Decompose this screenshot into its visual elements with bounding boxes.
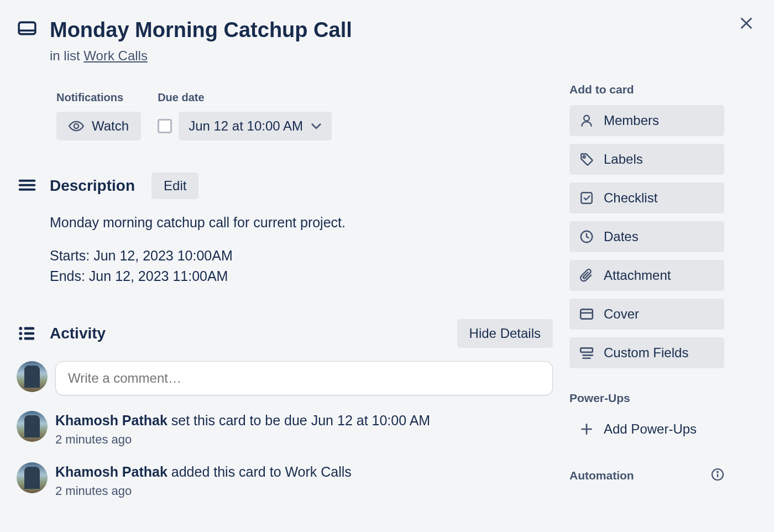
card-list-location: in list Work Calls [50, 48, 553, 64]
edit-description-button[interactable]: Edit [151, 173, 198, 199]
activity-item: Khamosh Pathak set this card to be due J… [55, 411, 553, 430]
svg-rect-8 [24, 327, 34, 330]
description-body[interactable]: Monday morning catchup call for current … [50, 212, 553, 287]
svg-point-9 [19, 332, 22, 335]
svg-point-26 [717, 472, 718, 473]
due-date-label: Due date [158, 91, 332, 104]
cover-icon [579, 307, 594, 321]
description-icon [17, 179, 38, 192]
notifications-label: Notifications [56, 91, 141, 104]
checklist-icon [579, 191, 594, 205]
hide-details-button[interactable]: Hide Details [457, 319, 553, 348]
due-date-button[interactable]: Jun 12 at 10:00 AM [179, 112, 332, 140]
automation-heading: Automation [569, 469, 634, 482]
svg-point-14 [583, 156, 585, 158]
chevron-down-icon [311, 123, 322, 129]
due-date-checkbox[interactable] [158, 119, 172, 133]
automation-info-button[interactable] [711, 468, 724, 483]
activity-item: Khamosh Pathak added this card to Work C… [55, 462, 553, 482]
activity-timestamp[interactable]: 2 minutes ago [55, 432, 553, 447]
labels-button[interactable]: Labels [569, 144, 724, 175]
add-to-card-heading: Add to card [569, 83, 724, 96]
power-ups-heading: Power-Ups [569, 392, 724, 405]
list-link[interactable]: Work Calls [83, 48, 148, 63]
members-button[interactable]: Members [569, 105, 724, 136]
svg-point-11 [19, 337, 22, 340]
card-title[interactable]: Monday Morning Catchup Call [50, 17, 352, 44]
attachment-icon [579, 268, 594, 283]
description-title: Description [50, 177, 135, 195]
svg-rect-10 [24, 332, 34, 335]
person-icon [579, 113, 594, 128]
svg-rect-15 [581, 192, 592, 204]
custom-fields-icon [579, 346, 594, 360]
svg-point-7 [19, 327, 22, 330]
activity-title: Activity [50, 325, 106, 342]
user-avatar[interactable] [17, 411, 48, 442]
close-icon [739, 15, 754, 31]
clock-icon [579, 230, 594, 244]
activity-timestamp[interactable]: 2 minutes ago [55, 484, 553, 498]
plus-icon [579, 422, 594, 436]
user-avatar[interactable] [17, 462, 48, 493]
svg-point-13 [584, 116, 589, 121]
info-icon [711, 468, 724, 481]
checklist-button[interactable]: Checklist [569, 182, 724, 213]
activity-icon [17, 326, 38, 341]
cover-button[interactable]: Cover [569, 299, 724, 330]
svg-rect-12 [24, 337, 34, 340]
tag-icon [579, 152, 594, 166]
svg-rect-19 [580, 348, 593, 352]
svg-point-2 [74, 124, 79, 128]
watch-button[interactable]: Watch [56, 112, 141, 140]
svg-rect-17 [580, 309, 593, 319]
current-user-avatar[interactable] [17, 361, 48, 392]
eye-icon [69, 121, 84, 132]
dates-button[interactable]: Dates [569, 221, 724, 252]
custom-fields-button[interactable]: Custom Fields [569, 337, 724, 368]
card-icon [17, 21, 38, 35]
svg-rect-0 [19, 22, 35, 34]
add-power-ups-button[interactable]: Add Power-Ups [569, 414, 724, 445]
comment-input[interactable] [55, 361, 553, 395]
attachment-button[interactable]: Attachment [569, 260, 724, 291]
close-button[interactable] [734, 11, 759, 35]
